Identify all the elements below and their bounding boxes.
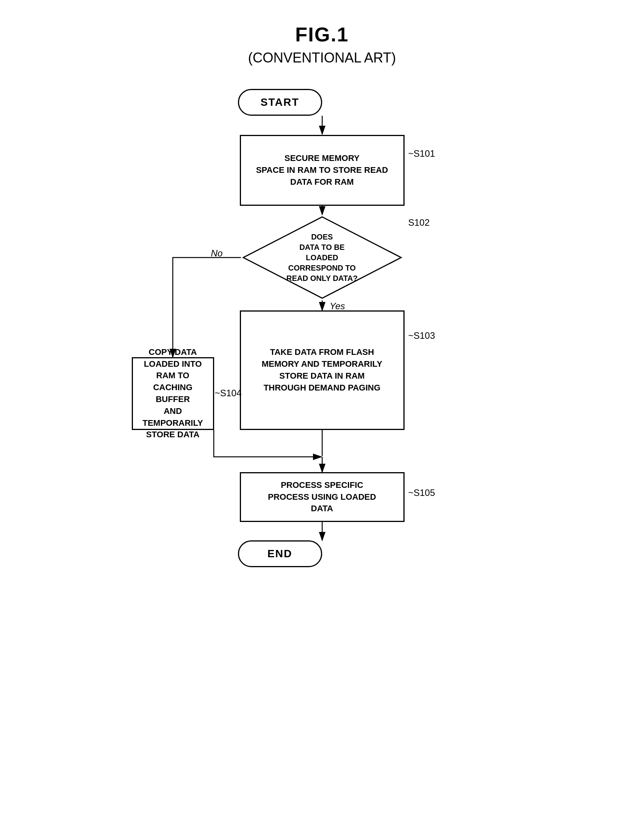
- step-s105-label: ~S105: [408, 487, 435, 498]
- page-subtitle: (CONVENTIONAL ART): [0, 50, 644, 66]
- step-s102-text: DOES DATA TO BE LOADED CORRESPOND TO REA…: [280, 232, 364, 284]
- yes-label: Yes: [330, 301, 345, 312]
- step-s104-text: COPY DATA LOADED INTO RAM TO CACHING BUF…: [137, 346, 209, 441]
- end-node: END: [238, 540, 322, 567]
- step-s101-text: SECURE MEMORY SPACE IN RAM TO STORE READ…: [256, 153, 388, 188]
- page-title: FIG.1: [0, 0, 644, 46]
- step-s104-label: ~S104: [215, 388, 242, 399]
- no-label: No: [211, 248, 223, 259]
- step-s102-diamond: DOES DATA TO BE LOADED CORRESPOND TO REA…: [242, 215, 403, 300]
- step-s103-box: TAKE DATA FROM FLASH MEMORY AND TEMPORAR…: [240, 310, 405, 430]
- start-node: START: [238, 89, 322, 116]
- step-s104-box: COPY DATA LOADED INTO RAM TO CACHING BUF…: [132, 357, 214, 430]
- step-s102-label: S102: [408, 217, 430, 228]
- step-s101-label: ~S101: [408, 148, 435, 159]
- step-s105-box: PROCESS SPECIFIC PROCESS USING LOADED DA…: [240, 472, 405, 522]
- step-s101-box: SECURE MEMORY SPACE IN RAM TO STORE READ…: [240, 135, 405, 206]
- step-s103-label: ~S103: [408, 330, 435, 341]
- step-s103-text: TAKE DATA FROM FLASH MEMORY AND TEMPORAR…: [262, 346, 382, 394]
- flowchart-container: START SECURE MEMORY SPACE IN RAM TO STOR…: [111, 89, 533, 814]
- step-s105-text: PROCESS SPECIFIC PROCESS USING LOADED DA…: [268, 479, 376, 515]
